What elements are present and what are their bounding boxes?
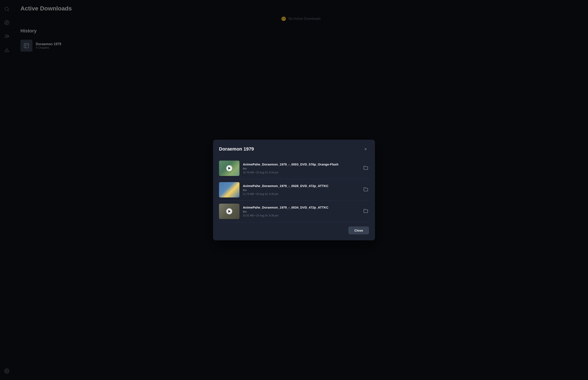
download-duration-2: 6m: [243, 189, 359, 192]
download-meta-2: 21.76 MB • 25 Aug 24, 9:35 pm: [243, 192, 359, 195]
download-name-1: AnimePahe_Doraemon_1979_-_0003_DVD_576p_…: [243, 163, 359, 166]
download-info-1: AnimePahe_Doraemon_1979_-_0003_DVD_576p_…: [243, 163, 359, 174]
modal: Doraemon 1979 × AnimePahe_Doraemon_1979_…: [213, 140, 375, 240]
download-name-2: AnimePahe_Doraemon_1979_-_0028_DVD_472p_…: [243, 184, 359, 188]
modal-footer: Close: [219, 227, 369, 234]
download-thumbnail-3: [219, 204, 239, 219]
download-item: AnimePahe_Doraemon_1979_-_0003_DVD_576p_…: [219, 158, 369, 179]
download-item: AnimePahe_Doraemon_1979_-_0034_DVD_472p_…: [219, 201, 369, 222]
download-name-3: AnimePahe_Doraemon_1979_-_0034_DVD_472p_…: [243, 206, 359, 209]
play-button-1[interactable]: [226, 165, 232, 171]
folder-icon-2[interactable]: [363, 186, 369, 193]
download-item: AnimePahe_Doraemon_1979_-_0028_DVD_472p_…: [219, 179, 369, 201]
download-thumbnail-1: [219, 161, 239, 176]
close-button[interactable]: Close: [348, 227, 369, 234]
download-info-2: AnimePahe_Doraemon_1979_-_0028_DVD_472p_…: [243, 184, 359, 195]
download-thumbnail-2: [219, 182, 239, 197]
download-info-3: AnimePahe_Doraemon_1979_-_0034_DVD_472p_…: [243, 206, 359, 217]
modal-close-button[interactable]: ×: [362, 146, 369, 152]
modal-title: Doraemon 1979: [219, 146, 254, 152]
download-duration-3: 6m: [243, 210, 359, 213]
folder-icon-1[interactable]: [363, 165, 369, 172]
download-meta-1: 16.76 MB • 25 Aug 24, 9:34 pm: [243, 171, 359, 174]
download-meta-3: 20.92 MB • 25 Aug 24, 9:36 pm: [243, 214, 359, 217]
modal-header: Doraemon 1979 ×: [219, 146, 369, 152]
download-duration-1: 6m: [243, 167, 359, 170]
play-button-3[interactable]: [226, 208, 232, 214]
folder-icon-3[interactable]: [363, 208, 369, 215]
modal-overlay: Doraemon 1979 × AnimePahe_Doraemon_1979_…: [0, 0, 588, 380]
